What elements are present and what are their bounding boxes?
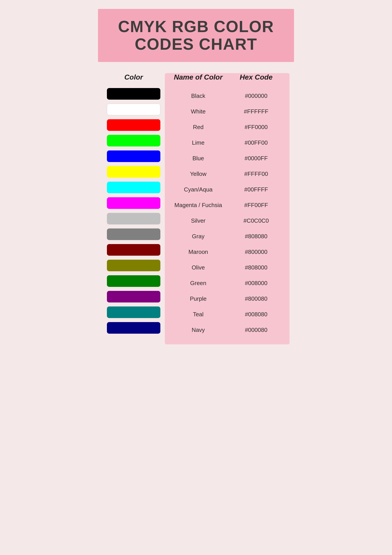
color-name-cell: Navy xyxy=(192,322,205,338)
hex-column-header: Hex Code xyxy=(240,73,273,81)
hex-code-cell: #808000 xyxy=(245,260,267,275)
color-swatch xyxy=(107,244,160,256)
color-swatch xyxy=(107,182,160,193)
color-swatch xyxy=(107,166,160,178)
color-swatch xyxy=(107,104,160,115)
color-swatch xyxy=(107,213,160,225)
hex-code-cell: #00FF00 xyxy=(245,135,268,150)
color-swatch xyxy=(107,228,160,240)
color-name-cell: Green xyxy=(190,275,206,291)
color-name-cell: Red xyxy=(193,119,204,135)
color-swatch xyxy=(107,307,160,318)
hex-code-cell: #008080 xyxy=(245,307,267,322)
color-name-cell: Gray xyxy=(192,228,205,244)
hex-code-cell: #FF0000 xyxy=(245,119,268,135)
color-swatch xyxy=(107,260,160,271)
color-swatch xyxy=(107,197,160,209)
color-name-cell: Yellow xyxy=(190,166,207,182)
color-name-cell: Maroon xyxy=(188,244,208,260)
color-name-cell: Cyan/Aqua xyxy=(184,182,213,197)
color-name-cell: Purple xyxy=(190,291,207,307)
hex-code-cell: #0000FF xyxy=(245,150,268,166)
swatch-list xyxy=(102,88,165,334)
color-name-cell: White xyxy=(191,104,206,119)
color-name-cell: Blue xyxy=(192,150,204,166)
hex-code-cell: #FFFF00 xyxy=(244,166,268,182)
hex-code-cell: #00FFFF xyxy=(244,182,268,197)
color-name-cell: Lime xyxy=(192,135,205,150)
color-swatch xyxy=(107,150,160,162)
color-swatch xyxy=(107,291,160,302)
color-name-cell: Black xyxy=(191,88,205,104)
color-swatch xyxy=(107,88,160,100)
color-name-cell: Olive xyxy=(192,260,205,275)
color-name-cell: Magenta / Fuchsia xyxy=(174,197,222,213)
hex-code-cell: #000080 xyxy=(245,322,267,338)
color-swatch xyxy=(107,275,160,287)
hex-code-cell: #000000 xyxy=(245,88,267,104)
name-column: Name of Color BlackWhiteRedLimeBlueYello… xyxy=(169,73,227,338)
color-name-cell: Silver xyxy=(191,213,205,228)
page-container: CMYK RGB COLOR CODES CHART Color Name of… xyxy=(98,9,294,344)
hex-code-cell: #800080 xyxy=(245,291,267,307)
chart-area: Color Name of Color BlackWhiteRedLimeBlu… xyxy=(98,73,294,344)
name-column-header: Name of Color xyxy=(174,73,223,81)
color-swatch xyxy=(107,322,160,334)
data-columns: Name of Color BlackWhiteRedLimeBlueYello… xyxy=(165,73,290,344)
hex-column: Hex Code #000000#FFFFFF#FF0000#00FF00#00… xyxy=(227,73,285,338)
hex-code-cell: #FF00FF xyxy=(244,197,268,213)
swatches-column: Color xyxy=(102,73,165,344)
color-swatch xyxy=(107,135,160,146)
hex-code-cell: #FFFFFF xyxy=(244,104,268,119)
color-swatch xyxy=(107,119,160,131)
page-title: CMYK RGB COLOR CODES CHART xyxy=(105,18,287,53)
color-column-header: Color xyxy=(124,73,143,81)
hex-code-cell: #808080 xyxy=(245,228,267,244)
hex-code-cell: #800000 xyxy=(245,244,267,260)
hex-code-cell: #008000 xyxy=(245,275,267,291)
hex-code-cell: #C0C0C0 xyxy=(243,213,269,228)
color-name-cell: Teal xyxy=(193,307,204,322)
title-banner: CMYK RGB COLOR CODES CHART xyxy=(98,9,294,62)
